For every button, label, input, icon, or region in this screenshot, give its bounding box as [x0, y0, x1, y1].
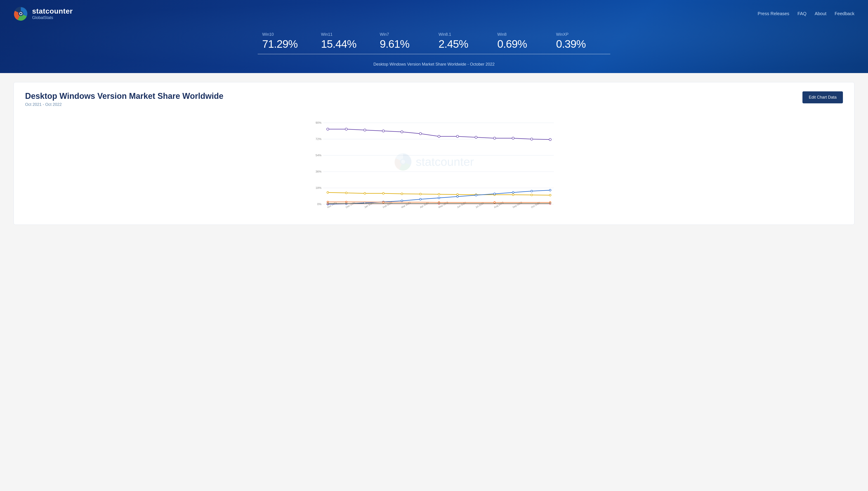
- svg-point-36: [419, 133, 422, 135]
- stat-win8-1: Win8.1 2.45%: [434, 32, 493, 54]
- stat-win10-label: Win10: [262, 32, 312, 37]
- svg-point-37: [438, 135, 440, 138]
- header-top-bar: statcounter GlobalStats Press Releases F…: [0, 0, 868, 25]
- svg-point-47: [382, 193, 384, 194]
- stat-win8-1-value: 2.45%: [438, 38, 488, 50]
- chart-card: Desktop Windows Version Market Share Wor…: [13, 82, 855, 225]
- stat-win8-value: 0.69%: [497, 38, 547, 50]
- svg-point-42: [530, 138, 533, 140]
- nav-about[interactable]: About: [815, 11, 827, 16]
- svg-point-41: [512, 137, 514, 139]
- svg-point-68: [531, 190, 532, 192]
- logo-subtitle: GlobalStats: [32, 16, 73, 20]
- stat-winxp-label: WinXP: [556, 32, 606, 37]
- nav-press-releases[interactable]: Press Releases: [758, 11, 789, 16]
- svg-point-70: [327, 201, 329, 203]
- svg-point-56: [549, 194, 551, 196]
- svg-point-38: [456, 135, 459, 138]
- svg-point-49: [420, 193, 421, 195]
- header-subtitle: Desktop Windows Version Market Share Wor…: [0, 59, 868, 73]
- stat-win8-label: Win8: [497, 32, 547, 37]
- svg-point-65: [475, 194, 477, 196]
- svg-point-50: [438, 193, 440, 195]
- svg-text:0%: 0%: [317, 202, 321, 206]
- chart-header: Desktop Windows Version Market Share Wor…: [25, 91, 843, 107]
- chart-title-block: Desktop Windows Version Market Share Wor…: [25, 91, 223, 107]
- svg-point-69: [549, 189, 551, 191]
- logo-title: statcounter: [32, 7, 73, 16]
- main-content: Desktop Windows Version Market Share Wor…: [0, 73, 868, 234]
- stat-win10: Win10 71.29%: [258, 32, 316, 54]
- svg-point-45: [345, 192, 347, 194]
- svg-point-67: [512, 192, 514, 193]
- svg-point-74: [494, 202, 495, 203]
- svg-point-46: [364, 193, 366, 194]
- logo-area: statcounter GlobalStats: [13, 6, 73, 21]
- svg-text:90%: 90%: [315, 121, 321, 124]
- svg-point-79: [327, 203, 329, 204]
- stat-winxp-value: 0.39%: [556, 38, 606, 50]
- svg-point-43: [549, 138, 551, 141]
- svg-point-3: [20, 13, 22, 15]
- svg-point-51: [457, 194, 458, 195]
- svg-point-64: [457, 196, 458, 197]
- svg-point-32: [345, 128, 347, 130]
- edit-chart-button[interactable]: Edit Chart Data: [802, 91, 843, 103]
- svg-point-31: [327, 128, 329, 130]
- svg-point-35: [401, 131, 403, 133]
- page-header: statcounter GlobalStats Press Releases F…: [0, 0, 868, 73]
- chart-subtitle: Oct 2021 - Oct 2022: [25, 102, 223, 107]
- stat-win7-value: 9.61%: [380, 38, 430, 50]
- stat-win8: Win8 0.69%: [493, 32, 552, 54]
- svg-point-40: [493, 137, 496, 139]
- statcounter-logo-icon: [13, 6, 28, 21]
- svg-point-55: [531, 194, 532, 196]
- nav-faq[interactable]: FAQ: [798, 11, 807, 16]
- stats-row: Win10 71.29% Win11 15.44% Win7 9.61% Win…: [0, 25, 868, 59]
- svg-text:Sep 2022: Sep 2022: [512, 201, 523, 209]
- stat-win7: Win7 9.61%: [375, 32, 434, 54]
- stat-winxp: WinXP 0.39%: [552, 32, 610, 54]
- svg-point-71: [346, 201, 347, 203]
- chart-area: statcounter 90% 72% 54% 36% 18% 0%: [25, 114, 843, 213]
- svg-text:Jul 2022: Jul 2022: [475, 202, 485, 209]
- svg-text:18%: 18%: [315, 186, 321, 190]
- nav-feedback[interactable]: Feedback: [835, 11, 855, 16]
- svg-text:54%: 54%: [315, 153, 321, 157]
- svg-point-80: [438, 203, 440, 204]
- chart-title: Desktop Windows Version Market Share Wor…: [25, 91, 223, 101]
- stat-win11-label: Win11: [321, 32, 371, 37]
- svg-point-81: [550, 203, 551, 204]
- svg-point-63: [438, 197, 440, 199]
- stat-win10-value: 71.29%: [262, 38, 312, 50]
- logo-text: statcounter GlobalStats: [32, 7, 73, 20]
- header-nav: Press Releases FAQ About Feedback: [758, 11, 855, 16]
- svg-point-66: [494, 193, 495, 195]
- svg-point-39: [475, 136, 477, 138]
- svg-text:72%: 72%: [315, 137, 321, 141]
- svg-point-48: [401, 193, 403, 195]
- stat-win11-value: 15.44%: [321, 38, 371, 50]
- stat-win8-1-label: Win8.1: [438, 32, 488, 37]
- svg-point-62: [420, 198, 421, 200]
- svg-point-34: [382, 130, 384, 132]
- svg-text:36%: 36%: [315, 170, 321, 173]
- chart-svg: 90% 72% 54% 36% 18% 0% Nov 2021 Dec 2021…: [25, 114, 843, 213]
- svg-point-33: [364, 129, 366, 131]
- svg-point-44: [327, 192, 329, 193]
- svg-point-72: [383, 202, 384, 203]
- svg-point-54: [512, 194, 514, 196]
- stat-win11: Win11 15.44%: [316, 32, 375, 54]
- svg-point-61: [401, 200, 403, 202]
- stat-win7-label: Win7: [380, 32, 430, 37]
